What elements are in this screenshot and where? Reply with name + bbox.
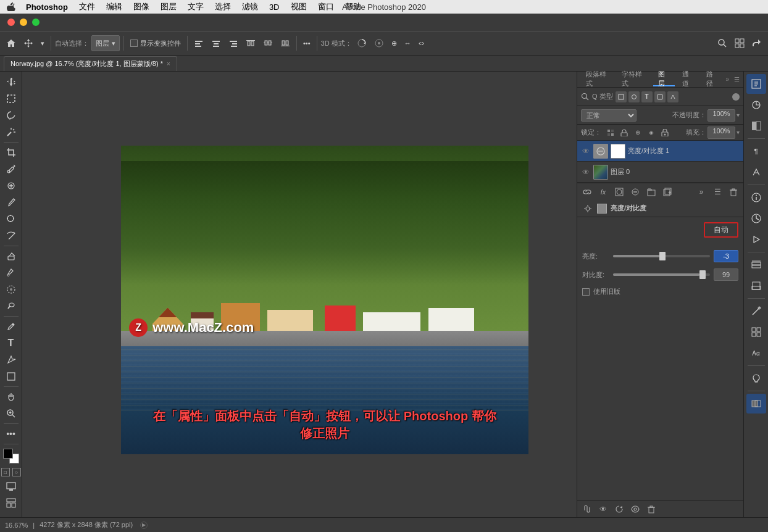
more-panel-btn[interactable]: » [695,186,707,198]
menu-3d[interactable]: 3D [264,0,285,14]
text-tool[interactable]: T [2,335,20,351]
contrast-slider[interactable] [613,270,710,279]
move-tool-dropdown[interactable]: ▾ [38,35,47,51]
history-brush-tool[interactable] [2,228,20,244]
3d-slide-btn[interactable]: ↔ [402,35,414,51]
more-btn[interactable]: ••• [301,35,313,51]
auto-select-dropdown[interactable]: 图层 ▾ [91,35,120,51]
align-left-btn[interactable] [191,35,206,51]
maximize-button[interactable] [32,19,40,26]
lock-transparent-btn[interactable] [605,127,616,138]
path-select-tool[interactable] [2,352,20,368]
filter-smart-btn[interactable] [667,91,678,102]
panel-menu-btn[interactable]: ☰ [734,76,740,83]
tab-paths[interactable]: 路径 [701,73,723,86]
eyedropper-tool[interactable] [2,161,20,177]
shape-tool[interactable] [2,368,20,384]
filter-shape-btn[interactable] [654,91,666,102]
doc-info-btn[interactable]: ▶ [140,522,148,529]
3d-roll-btn[interactable] [372,35,386,51]
tab-paragraph-style[interactable]: 段落样式 [581,73,614,86]
home-btn[interactable] [4,35,19,51]
lock-all-btn[interactable] [659,127,670,138]
move-tool-btn[interactable] [21,35,36,51]
contrast-value[interactable]: 99 [714,268,738,281]
menu-file[interactable]: 文件 [74,0,100,14]
foreground-color[interactable] [3,449,13,459]
minimize-button[interactable] [20,19,27,26]
menu-text[interactable]: 文字 [183,0,209,14]
quick-mask-btn[interactable]: ○ [12,468,21,476]
3d-scale-btn[interactable]: ⇔ [416,35,427,51]
workspace-btn[interactable] [732,35,747,51]
menu-filter[interactable]: 滤镜 [237,0,263,14]
opacity-value[interactable]: 100% [707,109,735,122]
gradients-btn[interactable] [746,116,766,136]
brightness-value[interactable]: -3 [714,250,738,262]
layer-item-normal[interactable]: 👁 图层 0 [577,162,743,183]
menu-layer[interactable]: 图层 [156,0,182,14]
panel-menu-layers-btn[interactable]: ☰ [711,186,724,198]
char-btn[interactable] [746,162,766,182]
distribute-center-btn[interactable] [261,35,275,51]
menu-window[interactable]: 窗口 [313,0,339,14]
tab-layers[interactable]: 图层 [653,73,675,86]
prop-delete-btn[interactable] [645,503,657,515]
distribute-top-btn[interactable] [243,35,258,51]
clone-tool[interactable] [2,211,20,227]
fill-dropdown[interactable]: ▾ [737,129,740,136]
filter-text-btn[interactable]: T [641,91,653,102]
dodge-tool[interactable] [2,298,20,314]
blur-tool[interactable] [2,281,20,297]
menu-photoshop[interactable]: Photoshop [21,0,73,14]
heal-tool[interactable] [2,178,20,194]
canvas-image[interactable]: Z www.MacZ.com 在「属性」面板中点击「自动」按钮，可以让 Phot… [121,146,528,454]
move-tool[interactable] [2,74,20,90]
hand-tool[interactable] [2,389,20,405]
screen-mode-btn[interactable] [2,478,20,494]
paths-btn[interactable] [746,276,766,296]
prop-clip-btn[interactable] [581,503,593,515]
paragraph-btn[interactable]: ¶ [746,141,766,161]
new-fill-btn[interactable] [629,186,641,198]
legacy-checkbox[interactable] [582,288,590,296]
filter-adjustment-btn[interactable] [628,91,640,102]
lock-artboard-btn[interactable]: ◈ [646,127,657,138]
opacity-dropdown[interactable]: ▾ [737,112,740,118]
paint-bucket-tool[interactable] [2,265,20,281]
close-button[interactable] [7,19,15,26]
properties-panel-btn[interactable] [746,74,766,94]
3d-pan-btn[interactable]: ⊕ [389,35,399,51]
distribute-bottom-btn[interactable] [278,35,293,51]
menu-image[interactable]: 图像 [128,0,154,14]
align-right-btn[interactable] [226,35,241,51]
eraser-tool[interactable] [2,248,20,264]
pen-tool-btn[interactable] [746,301,766,321]
adjustment-text-btn[interactable]: Aα [746,343,766,363]
tab-close-btn[interactable]: × [167,60,170,67]
zoom-tool[interactable] [2,405,20,422]
crop-tool[interactable] [2,144,20,160]
panel-more-btn[interactable]: » [725,76,729,83]
collapse-panel-btn[interactable] [746,394,766,414]
file-tab[interactable]: Norway.jpg @ 16.7% (亮度/对比度 1, 图层蒙版/8) * … [4,56,177,71]
blend-mode-select[interactable]: 正常 [581,109,637,122]
add-mask-btn[interactable] [613,186,625,198]
lightbulb-btn[interactable] [746,368,766,388]
swatches-btn[interactable] [746,95,766,115]
link-layers-btn[interactable] [581,186,593,198]
brightness-thumb[interactable] [659,252,666,260]
layer-visibility-1[interactable]: 👁 [581,146,591,156]
fg-bg-colors[interactable] [2,447,20,465]
arrange-docs-btn[interactable] [2,495,20,511]
magic-wand-tool[interactable] [2,124,20,140]
new-layer-btn[interactable] [661,186,674,198]
filter-pixel-btn[interactable] [616,91,627,102]
apple-menu[interactable] [5,0,17,14]
layer-item-adjustment[interactable]: 👁 亮度/对比度 1 [577,141,743,162]
transform-checkbox[interactable] [130,39,138,47]
create-group-btn[interactable] [645,186,657,198]
more-tools[interactable]: ••• [2,426,20,442]
brush-tool[interactable] [2,194,20,210]
show-transform-checkbox[interactable]: 显示变换控件 [128,35,183,51]
